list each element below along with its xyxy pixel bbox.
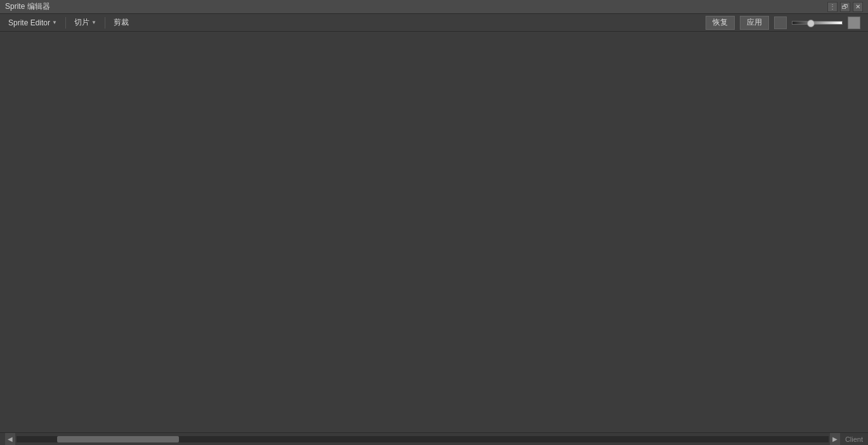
status-bar: ◀ ▶ Client	[0, 432, 868, 445]
menu-trim[interactable]: 剪裁	[108, 16, 135, 30]
menu-sep-1	[65, 17, 66, 29]
brightness-slider[interactable]	[792, 21, 843, 25]
title-bar-controls: ⋮ 🗗 ✕	[827, 2, 863, 12]
menu-sep-2	[105, 17, 105, 29]
menu-bar: Sprite Editor ▼ 切片 ▼ 剪裁 恢复 应用	[0, 14, 868, 32]
menu-icon-btn[interactable]: ⋮	[827, 2, 838, 12]
title-bar-text: Sprite 编辑器	[5, 1, 50, 12]
hscroll-thumb[interactable]	[57, 436, 179, 442]
sprite-editor-arrow: ▼	[52, 20, 57, 25]
menu-slice[interactable]: 切片 ▼	[69, 16, 102, 30]
slider-track[interactable]	[792, 21, 843, 25]
color-preview[interactable]	[774, 16, 787, 29]
revert-btn[interactable]: 恢复	[706, 16, 735, 30]
restore-btn[interactable]: 🗗	[840, 2, 850, 12]
hscroll-track[interactable]	[16, 436, 829, 442]
slice-arrow: ▼	[91, 20, 96, 25]
hscroll-left[interactable]: ◀	[5, 433, 15, 446]
hscroll-right[interactable]: ▶	[830, 433, 840, 446]
menu-sprite-editor[interactable]: Sprite Editor ▼	[3, 16, 63, 30]
toolbar-right: 恢复 应用	[706, 16, 860, 30]
slider-thumb[interactable]	[807, 20, 815, 27]
apply-btn[interactable]: 应用	[740, 16, 769, 30]
color-box[interactable]	[848, 16, 860, 29]
status-text: Client	[845, 435, 863, 443]
close-btn[interactable]: ✕	[853, 2, 863, 12]
title-bar: Sprite 编辑器 ⋮ 🗗 ✕	[0, 0, 868, 14]
